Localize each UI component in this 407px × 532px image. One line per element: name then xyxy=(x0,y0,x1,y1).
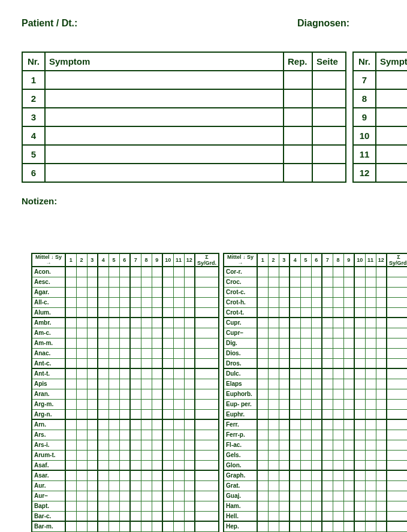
remedy-cell[interactable] xyxy=(184,348,195,358)
remedy-cell[interactable] xyxy=(98,460,108,470)
remedy-cell[interactable] xyxy=(376,511,387,521)
remedy-cell[interactable] xyxy=(173,501,184,511)
remedy-cell[interactable] xyxy=(300,460,311,470)
remedy-cell[interactable] xyxy=(141,287,152,297)
remedy-cell[interactable] xyxy=(322,470,333,480)
remedy-cell[interactable] xyxy=(173,277,184,287)
remedy-cell[interactable] xyxy=(87,430,98,440)
remedy-cell[interactable] xyxy=(119,480,130,491)
remedy-cell[interactable] xyxy=(257,368,268,379)
remedy-cell[interactable] xyxy=(162,267,173,277)
cell-sym[interactable] xyxy=(376,71,407,89)
remedy-cell[interactable] xyxy=(173,267,184,277)
remedy-cell[interactable] xyxy=(108,368,119,379)
remedy-cell[interactable] xyxy=(152,409,162,419)
remedy-cell[interactable] xyxy=(108,430,119,440)
remedy-cell[interactable] xyxy=(141,267,152,277)
remedy-cell[interactable] xyxy=(268,521,279,531)
remedy-cell[interactable] xyxy=(87,409,98,419)
remedy-cell[interactable] xyxy=(365,287,376,297)
remedy-cell[interactable] xyxy=(279,368,290,379)
remedy-sum-cell[interactable] xyxy=(387,491,407,501)
remedy-cell[interactable] xyxy=(365,307,376,318)
remedy-sum-cell[interactable] xyxy=(387,440,407,450)
remedy-cell[interactable] xyxy=(268,328,279,338)
remedy-cell[interactable] xyxy=(173,307,184,318)
remedy-cell[interactable] xyxy=(333,470,343,480)
remedy-cell[interactable] xyxy=(333,307,343,318)
remedy-sum-cell[interactable] xyxy=(195,389,219,399)
remedy-cell[interactable] xyxy=(162,450,173,460)
remedy-cell[interactable] xyxy=(311,511,322,521)
remedy-cell[interactable] xyxy=(130,501,141,511)
remedy-cell[interactable] xyxy=(354,521,365,531)
remedy-cell[interactable] xyxy=(279,307,290,318)
remedy-cell[interactable] xyxy=(98,430,108,440)
remedy-cell[interactable] xyxy=(311,368,322,379)
remedy-cell[interactable] xyxy=(290,521,300,531)
remedy-sum-cell[interactable] xyxy=(195,409,219,419)
remedy-cell[interactable] xyxy=(322,287,333,297)
remedy-cell[interactable] xyxy=(365,399,376,409)
remedy-sum-cell[interactable] xyxy=(195,450,219,460)
remedy-cell[interactable] xyxy=(268,318,279,328)
remedy-cell[interactable] xyxy=(162,389,173,399)
remedy-cell[interactable] xyxy=(65,318,76,328)
remedy-cell[interactable] xyxy=(365,419,376,430)
remedy-cell[interactable] xyxy=(290,399,300,409)
remedy-cell[interactable] xyxy=(279,379,290,389)
remedy-cell[interactable] xyxy=(119,267,130,277)
remedy-cell[interactable] xyxy=(152,379,162,389)
remedy-cell[interactable] xyxy=(268,501,279,511)
remedy-cell[interactable] xyxy=(257,277,268,287)
remedy-cell[interactable] xyxy=(279,267,290,277)
remedy-cell[interactable] xyxy=(119,277,130,287)
remedy-cell[interactable] xyxy=(343,399,354,409)
remedy-cell[interactable] xyxy=(152,328,162,338)
remedy-cell[interactable] xyxy=(162,430,173,440)
remedy-cell[interactable] xyxy=(173,460,184,470)
remedy-sum-cell[interactable] xyxy=(387,297,407,307)
remedy-cell[interactable] xyxy=(343,419,354,430)
remedy-sum-cell[interactable] xyxy=(195,338,219,348)
remedy-cell[interactable] xyxy=(290,379,300,389)
remedy-cell[interactable] xyxy=(108,358,119,368)
remedy-cell[interactable] xyxy=(87,318,98,328)
remedy-cell[interactable] xyxy=(279,328,290,338)
remedy-cell[interactable] xyxy=(98,379,108,389)
remedy-cell[interactable] xyxy=(119,491,130,501)
remedy-sum-cell[interactable] xyxy=(195,267,219,277)
remedy-cell[interactable] xyxy=(184,287,195,297)
remedy-sum-cell[interactable] xyxy=(387,287,407,297)
remedy-cell[interactable] xyxy=(365,328,376,338)
remedy-cell[interactable] xyxy=(130,450,141,460)
remedy-cell[interactable] xyxy=(333,389,343,399)
remedy-cell[interactable] xyxy=(300,297,311,307)
cell-rep[interactable] xyxy=(284,89,312,108)
remedy-cell[interactable] xyxy=(162,338,173,348)
remedy-cell[interactable] xyxy=(162,511,173,521)
remedy-cell[interactable] xyxy=(87,348,98,358)
remedy-cell[interactable] xyxy=(322,521,333,531)
remedy-cell[interactable] xyxy=(322,379,333,389)
remedy-cell[interactable] xyxy=(268,297,279,307)
remedy-cell[interactable] xyxy=(152,430,162,440)
remedy-cell[interactable] xyxy=(162,277,173,287)
remedy-cell[interactable] xyxy=(365,450,376,460)
remedy-cell[interactable] xyxy=(365,358,376,368)
remedy-cell[interactable] xyxy=(290,460,300,470)
remedy-cell[interactable] xyxy=(376,419,387,430)
remedy-cell[interactable] xyxy=(257,470,268,480)
remedy-cell[interactable] xyxy=(162,409,173,419)
remedy-cell[interactable] xyxy=(279,470,290,480)
remedy-cell[interactable] xyxy=(76,480,87,491)
remedy-cell[interactable] xyxy=(300,430,311,440)
remedy-cell[interactable] xyxy=(311,358,322,368)
remedy-cell[interactable] xyxy=(343,511,354,521)
cell-sym[interactable] xyxy=(376,145,407,164)
remedy-cell[interactable] xyxy=(184,419,195,430)
remedy-cell[interactable] xyxy=(333,511,343,521)
cell-seite[interactable] xyxy=(312,126,346,145)
remedy-cell[interactable] xyxy=(365,521,376,531)
remedy-cell[interactable] xyxy=(173,430,184,440)
